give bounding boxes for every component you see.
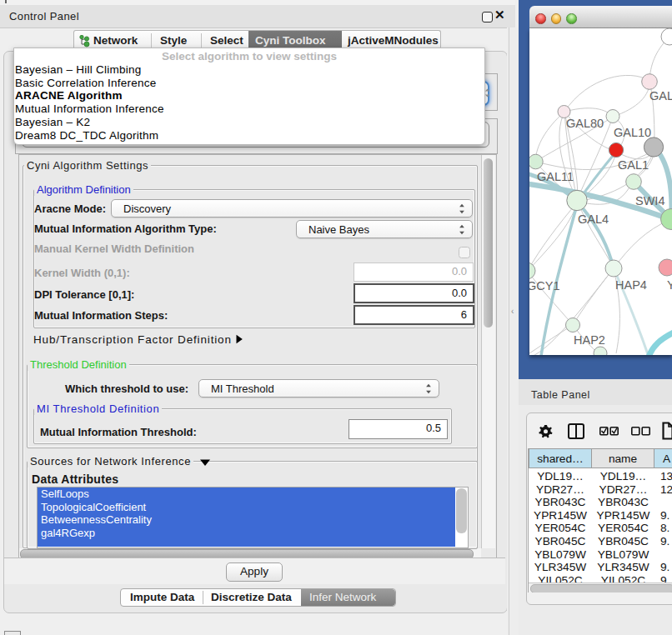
svg-text:GCY1: GCY1 bbox=[529, 279, 560, 292]
svg-text:GAL11: GAL11 bbox=[537, 170, 574, 183]
svg-text:GAL4: GAL4 bbox=[578, 212, 609, 226]
svg-text:HAP2: HAP2 bbox=[574, 333, 605, 347]
svg-text:GAL80: GAL80 bbox=[566, 117, 604, 130]
svg-text:GAL10: GAL10 bbox=[614, 126, 651, 139]
svg-text:GAL: GAL bbox=[649, 89, 672, 102]
svg-text:HAP4: HAP4 bbox=[615, 278, 647, 292]
svg-text:Y: Y bbox=[667, 278, 672, 292]
svg-text:GAL1: GAL1 bbox=[618, 158, 649, 172]
svg-text:SWI4: SWI4 bbox=[635, 194, 664, 208]
